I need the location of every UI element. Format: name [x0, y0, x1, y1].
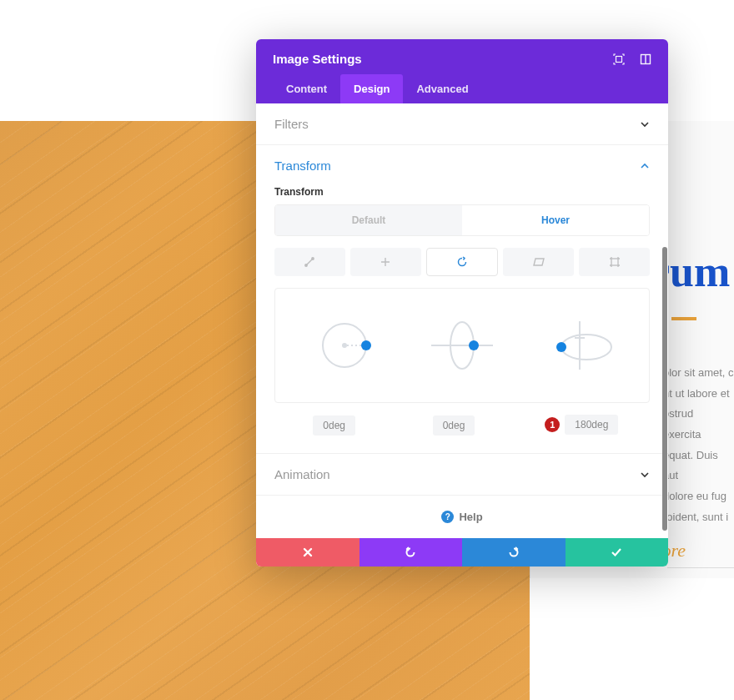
- section-transform: Transform Transform Default Hover: [256, 145, 668, 454]
- redo-button[interactable]: [462, 538, 566, 567]
- undo-button[interactable]: [359, 538, 463, 567]
- tab-advanced[interactable]: Advanced: [403, 74, 481, 103]
- body-text-fragment: olor sit amet, c nt ut labore et ostrud …: [663, 363, 734, 528]
- annotation-marker: 1: [545, 417, 560, 432]
- chevron-down-icon: [640, 470, 650, 480]
- chevron-up-icon: [640, 161, 650, 171]
- cancel-button[interactable]: [256, 538, 359, 567]
- image-settings-modal: Image Settings Content Design: [256, 39, 668, 567]
- modal-body: Filters Transform Transform Default Hove…: [256, 103, 668, 538]
- transform-label: Transform: [274, 186, 650, 198]
- rotate-button[interactable]: [426, 248, 499, 276]
- tab-content[interactable]: Content: [273, 74, 340, 103]
- rotate-x-widget[interactable]: [412, 312, 512, 379]
- rotate-z-widget[interactable]: [294, 312, 395, 379]
- undo-icon: [405, 546, 416, 558]
- svg-point-12: [469, 340, 479, 350]
- section-header-filters[interactable]: Filters: [256, 103, 668, 144]
- svg-point-3: [305, 264, 307, 266]
- svg-point-13: [561, 335, 611, 360]
- scrollbar[interactable]: [662, 247, 667, 531]
- skew-button[interactable]: [503, 248, 574, 276]
- state-hover-button[interactable]: Hover: [462, 205, 649, 235]
- rotate-values-row: 0deg 0deg 1 180deg: [274, 415, 650, 435]
- section-animation: Animation: [256, 454, 668, 496]
- skew-icon: [532, 257, 545, 267]
- rotate-y-widget[interactable]: [530, 312, 630, 379]
- rotate-preview: [274, 288, 650, 403]
- translate-icon: [380, 256, 391, 268]
- section-title-filters: Filters: [274, 117, 309, 131]
- rotate-x-input[interactable]: 0deg: [433, 415, 475, 436]
- divider-accent: [671, 317, 696, 320]
- rotate-icon: [456, 256, 468, 268]
- scale-icon: [304, 256, 315, 268]
- rotate-y-input[interactable]: 180deg: [565, 415, 618, 435]
- tab-design[interactable]: Design: [340, 74, 403, 103]
- close-icon: [303, 547, 313, 557]
- expand-icon[interactable]: [613, 53, 625, 65]
- help-button[interactable]: ? Help: [256, 496, 668, 538]
- divider-line: [667, 567, 734, 568]
- chevron-down-icon: [640, 119, 650, 129]
- modal-header: Image Settings Content Design: [256, 39, 668, 103]
- tab-bar: Content Design Advanced: [273, 74, 651, 103]
- state-toggle: Default Hover: [274, 204, 650, 236]
- section-header-transform[interactable]: Transform: [256, 145, 668, 186]
- scale-button[interactable]: [274, 248, 345, 276]
- transform-type-row: [274, 248, 650, 276]
- modal-footer: [256, 538, 668, 567]
- origin-icon: [609, 256, 621, 268]
- help-icon: ?: [441, 511, 454, 523]
- rotate-z-input[interactable]: 0deg: [313, 415, 355, 436]
- origin-button[interactable]: [579, 248, 650, 276]
- translate-button[interactable]: [350, 248, 421, 276]
- svg-point-4: [312, 258, 314, 259]
- svg-point-9: [361, 340, 371, 350]
- save-button[interactable]: [566, 538, 669, 567]
- section-filters: Filters: [256, 103, 668, 145]
- section-title-animation: Animation: [274, 467, 330, 481]
- section-title-transform: Transform: [274, 159, 331, 173]
- snap-icon[interactable]: [640, 53, 651, 65]
- help-label: Help: [459, 511, 482, 523]
- svg-rect-5: [611, 259, 618, 265]
- check-icon: [611, 547, 622, 557]
- modal-title: Image Settings: [273, 52, 362, 66]
- svg-point-7: [342, 343, 347, 348]
- svg-rect-0: [616, 56, 622, 62]
- svg-point-16: [556, 342, 566, 352]
- state-default-button[interactable]: Default: [275, 205, 462, 235]
- section-header-animation[interactable]: Animation: [256, 454, 668, 495]
- redo-icon: [508, 546, 520, 558]
